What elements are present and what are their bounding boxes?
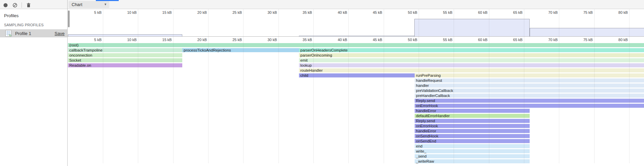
sidebar-heading: Profiles xyxy=(0,9,67,18)
view-mode-dropdown[interactable]: Chart ▼ xyxy=(69,1,109,8)
chevron-down-icon: ▼ xyxy=(104,1,107,8)
axis-tick-label: 65 kB xyxy=(497,38,523,42)
axis-tick-label: 15 kB xyxy=(146,38,172,42)
axis-tick-label: 75 kB xyxy=(567,10,593,14)
axis-tick-label: 65 kB xyxy=(497,10,523,14)
view-mode-value: Chart xyxy=(72,2,82,7)
record-button[interactable] xyxy=(3,2,8,8)
flame-frame[interactable]: onSendHook xyxy=(415,134,530,138)
axis-tick-label: 45 kB xyxy=(357,38,382,42)
flame-frame[interactable]: defaultErrorHandler xyxy=(415,114,530,118)
axis-tick-label: 55 kB xyxy=(427,10,452,14)
grid-line xyxy=(454,9,454,163)
record-icon xyxy=(3,3,8,8)
axis-tick-label: 70 kB xyxy=(532,10,558,14)
flame-frame[interactable]: child xyxy=(299,73,415,77)
axis-tick-label: 80 kB xyxy=(602,38,628,42)
flame-frame[interactable]: Socket xyxy=(68,58,182,62)
grid-line xyxy=(103,9,103,163)
sampling-profiles-section-title: SAMPLING PROFILES xyxy=(0,18,67,27)
axis-tick-label: 5 kB xyxy=(76,38,102,42)
overview-segment xyxy=(414,19,530,36)
flame-frame[interactable]: runPreParsing xyxy=(415,73,644,77)
heap-profile-icon: % xyxy=(5,30,12,37)
grid-line xyxy=(629,9,630,163)
flame-frame[interactable]: onErrorHook xyxy=(415,124,530,128)
grid-line xyxy=(594,9,595,163)
flame-frame[interactable]: preValidationCallback xyxy=(415,89,644,93)
flame-frame[interactable]: onErrorHook xyxy=(415,104,644,108)
axis-tick-label: 50 kB xyxy=(392,38,417,42)
flame-frame[interactable]: handleError xyxy=(415,109,530,113)
axis-tick-label: 35 kB xyxy=(287,38,312,42)
axis-tick-label: 80 kB xyxy=(602,10,628,14)
flame-frame[interactable]: routeHandler xyxy=(299,68,644,72)
axis-tick-label: 10 kB xyxy=(111,10,137,14)
overview-baseline xyxy=(68,36,644,37)
flame-frame[interactable]: onconnection xyxy=(68,53,182,57)
flame-frame[interactable]: Reply.send xyxy=(415,99,644,103)
grid-line xyxy=(559,9,559,163)
flame-frame[interactable]: Readable.on xyxy=(68,63,182,67)
axis-tick-label: 40 kB xyxy=(321,10,347,14)
flame-frame[interactable]: _writeRaw xyxy=(415,159,530,163)
clear-all-button[interactable] xyxy=(12,2,17,8)
axis-tick-label: 75 kB xyxy=(567,38,593,42)
flame-frame[interactable]: parserOnHeadersComplete xyxy=(299,48,644,52)
axis-tick-label: 25 kB xyxy=(216,10,242,14)
axis-tick-label: 60 kB xyxy=(462,38,488,42)
flame-frame[interactable]: write_ xyxy=(415,149,530,153)
axis-tick-label: 25 kB xyxy=(216,38,242,42)
chart-pane: 5 kB5 kB10 kB10 kB15 kB15 kB20 kB20 kB25… xyxy=(68,9,644,166)
grid-line xyxy=(313,9,314,163)
axis-tick-label: 50 kB xyxy=(392,10,417,14)
save-profile-link[interactable]: Save xyxy=(54,31,65,36)
flame-frame[interactable]: lookup xyxy=(299,63,644,67)
axis-tick-label: 40 kB xyxy=(321,38,347,42)
grid-line xyxy=(384,9,384,163)
flame-frame[interactable]: (root) xyxy=(68,43,644,47)
flame-frame[interactable]: callbackTrampoline xyxy=(68,48,182,52)
flame-frame[interactable]: processTicksAndRejections xyxy=(182,48,299,52)
toolbar: Chart ▼ xyxy=(0,0,644,9)
axis-tick-label: 20 kB xyxy=(181,10,207,14)
axis-tick-label: 70 kB xyxy=(532,38,558,42)
axis-tick-label: 30 kB xyxy=(252,38,277,42)
axis-tick-label: 30 kB xyxy=(252,10,277,14)
flame-frame[interactable]: end xyxy=(415,144,530,148)
profile-name: Profile 1 xyxy=(15,31,54,36)
flame-frame[interactable]: handler xyxy=(415,84,644,88)
grid-line xyxy=(173,9,174,163)
axis-tick-label: 20 kB xyxy=(181,38,207,42)
flame-frame[interactable]: _send xyxy=(415,154,530,158)
flame-frame[interactable]: handleError xyxy=(415,129,530,133)
flame-frame[interactable]: onSendEnd xyxy=(415,139,530,143)
grid-line xyxy=(208,9,209,163)
vertical-scrollbar-thumb[interactable] xyxy=(68,10,70,27)
flame-frame[interactable]: preHandlerCallback xyxy=(415,94,644,98)
toolbar-separator xyxy=(22,2,22,8)
devtools-memory-panel: Chart ▼ Profiles SAMPLING PROFILES % Pro… xyxy=(0,0,644,166)
flame-frame[interactable]: handleRequest xyxy=(415,78,644,82)
trash-icon xyxy=(26,3,31,8)
axis-tick-label: 35 kB xyxy=(287,10,312,14)
grid-line xyxy=(278,9,279,163)
delete-profile-button[interactable] xyxy=(26,2,31,8)
axis-tick-label: 60 kB xyxy=(462,10,488,14)
axis-tick-label: 15 kB xyxy=(146,10,172,14)
grid-line xyxy=(138,9,138,163)
clear-icon xyxy=(12,3,17,8)
overview-segment xyxy=(530,28,644,36)
grid-line xyxy=(348,9,349,163)
grid-line xyxy=(419,9,419,163)
axis-tick-label: 10 kB xyxy=(111,38,137,42)
grid-line xyxy=(243,9,243,163)
axis-tick-label: 5 kB xyxy=(76,10,102,14)
flame-frame[interactable]: Reply.send xyxy=(415,119,530,123)
profile-list-item[interactable]: % Profile 1 Save xyxy=(0,29,67,37)
axis-tick-label: 45 kB xyxy=(357,10,382,14)
grid-line xyxy=(524,9,524,163)
flame-frame[interactable]: emit xyxy=(299,58,644,62)
flame-frame[interactable]: parserOnIncoming xyxy=(299,53,644,57)
svg-text:%: % xyxy=(9,34,11,37)
